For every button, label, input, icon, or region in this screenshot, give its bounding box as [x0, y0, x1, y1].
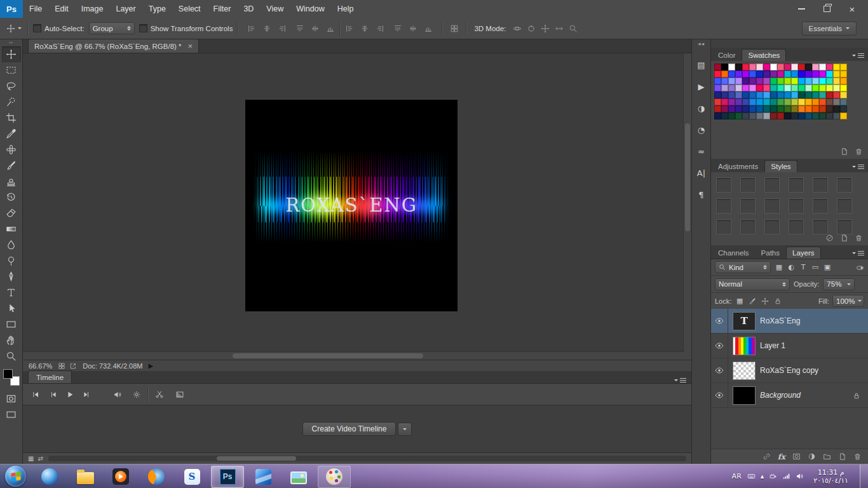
style-slot[interactable]	[813, 177, 828, 193]
swatch[interactable]	[742, 71, 749, 78]
menu-help[interactable]: Help	[331, 0, 360, 18]
filter-type-layers-button[interactable]: T	[799, 263, 808, 271]
swatch[interactable]	[819, 105, 826, 112]
swatch[interactable]	[826, 92, 833, 98]
color-chips[interactable]	[3, 369, 20, 386]
swatch[interactable]	[805, 105, 812, 112]
align-left-button[interactable]	[245, 22, 259, 36]
swatch[interactable]	[756, 112, 763, 119]
swatch[interactable]	[721, 105, 728, 112]
3d-slide-button[interactable]	[552, 22, 566, 36]
align-right-button[interactable]	[275, 22, 289, 36]
tile-view-icon[interactable]	[58, 362, 65, 370]
swatch[interactable]	[777, 105, 784, 112]
tab-layers[interactable]: Layers	[786, 247, 821, 259]
scrollbar-thumb[interactable]	[233, 353, 423, 358]
swatch[interactable]	[833, 98, 840, 105]
distribute-left-button[interactable]	[342, 22, 356, 36]
swatch[interactable]	[833, 78, 840, 85]
loop-toggle[interactable]: ⇄	[37, 456, 43, 462]
swatch[interactable]	[756, 92, 763, 98]
swatch[interactable]	[756, 71, 763, 78]
swatch[interactable]	[791, 71, 798, 78]
taskbar-photoshop[interactable]: Ps	[211, 466, 244, 488]
blur-tool[interactable]	[2, 237, 21, 253]
swatch[interactable]	[721, 78, 728, 85]
lock-all-button[interactable]	[773, 297, 782, 305]
swatch[interactable]	[763, 98, 770, 105]
swatch[interactable]	[826, 78, 833, 85]
swatch[interactable]	[735, 64, 742, 71]
clock[interactable]: 11:31 م ٢٠١٥/٠٤/١١	[810, 468, 852, 485]
character-panel-button[interactable]: A|	[693, 164, 710, 182]
swatch[interactable]	[805, 98, 812, 105]
panel-column-header[interactable]	[711, 39, 868, 48]
filter-pixel-layers-button[interactable]: ▦	[775, 263, 783, 271]
dodge-tool[interactable]	[2, 253, 21, 269]
swatch[interactable]	[777, 112, 784, 119]
type-tool[interactable]	[2, 285, 21, 301]
style-slot[interactable]	[716, 219, 731, 234]
layer-thumbnail[interactable]: T	[733, 313, 755, 330]
expand-panels-button[interactable]: ◀◀	[698, 39, 705, 48]
style-slot[interactable]	[716, 177, 731, 193]
properties-panel-button[interactable]: ◑	[693, 99, 710, 117]
swatch[interactable]	[784, 92, 791, 98]
swatch[interactable]	[756, 105, 763, 112]
history-brush-tool[interactable]	[2, 189, 21, 205]
filter-smart-objects-button[interactable]: ▣	[823, 263, 832, 271]
quick-selection-tool[interactable]	[2, 94, 21, 110]
taskbar-firefox[interactable]	[140, 466, 173, 488]
swatch[interactable]	[777, 71, 784, 78]
style-slot[interactable]	[837, 177, 852, 193]
swatch[interactable]	[798, 64, 805, 71]
status-popup-arrow[interactable]: ▶	[148, 362, 153, 369]
close-button[interactable]: ×	[845, 4, 859, 14]
tab-paths[interactable]: Paths	[756, 247, 785, 259]
swatch[interactable]	[784, 85, 791, 92]
visibility-toggle[interactable]	[711, 334, 728, 358]
swatch[interactable]	[840, 71, 847, 78]
swatch[interactable]	[721, 98, 728, 105]
history-panel-button[interactable]: ▤	[693, 56, 710, 74]
menu-layer[interactable]: Layer	[109, 0, 142, 18]
swatch[interactable]	[749, 112, 756, 119]
swatch[interactable]	[833, 64, 840, 71]
swatch[interactable]	[770, 112, 777, 119]
first-frame-button[interactable]	[28, 388, 43, 402]
swatch[interactable]	[777, 98, 784, 105]
tab-close-icon[interactable]: ×	[188, 42, 193, 50]
swatch[interactable]	[770, 105, 777, 112]
swatch[interactable]	[721, 71, 728, 78]
swatch[interactable]	[770, 85, 777, 92]
swatch[interactable]	[756, 64, 763, 71]
swatch[interactable]	[784, 71, 791, 78]
swatch[interactable]	[742, 92, 749, 98]
style-slot[interactable]	[740, 219, 756, 234]
swatch[interactable]	[714, 92, 721, 98]
swatch[interactable]	[840, 112, 847, 119]
menu-image[interactable]: Image	[75, 0, 110, 18]
launch-bridge-icon[interactable]	[69, 362, 77, 370]
swatch[interactable]	[798, 78, 805, 85]
align-middle-button[interactable]	[308, 22, 322, 36]
swatch[interactable]	[826, 105, 833, 112]
layer-thumbnail[interactable]	[733, 337, 755, 355]
tool-palette-grip[interactable]: ▪▪	[9, 39, 13, 46]
taskbar-media-player[interactable]	[104, 466, 137, 488]
swatch[interactable]	[735, 105, 742, 112]
swatch[interactable]	[784, 78, 791, 85]
volume-button[interactable]	[796, 472, 804, 480]
eraser-tool[interactable]	[2, 205, 21, 221]
swatch[interactable]	[819, 71, 826, 78]
taskbar-s-browser[interactable]: S	[175, 466, 208, 488]
menu-type[interactable]: Type	[142, 0, 172, 18]
workspace-switcher[interactable]: Essentials	[802, 22, 857, 36]
filter-adjustment-layers-button[interactable]: ◐	[787, 263, 796, 271]
swatch[interactable]	[756, 78, 763, 85]
style-slot[interactable]	[837, 219, 852, 234]
swatch[interactable]	[749, 78, 756, 85]
actions-panel-button[interactable]: ▶	[693, 78, 710, 95]
swatch[interactable]	[735, 112, 742, 119]
swatch[interactable]	[714, 85, 721, 92]
